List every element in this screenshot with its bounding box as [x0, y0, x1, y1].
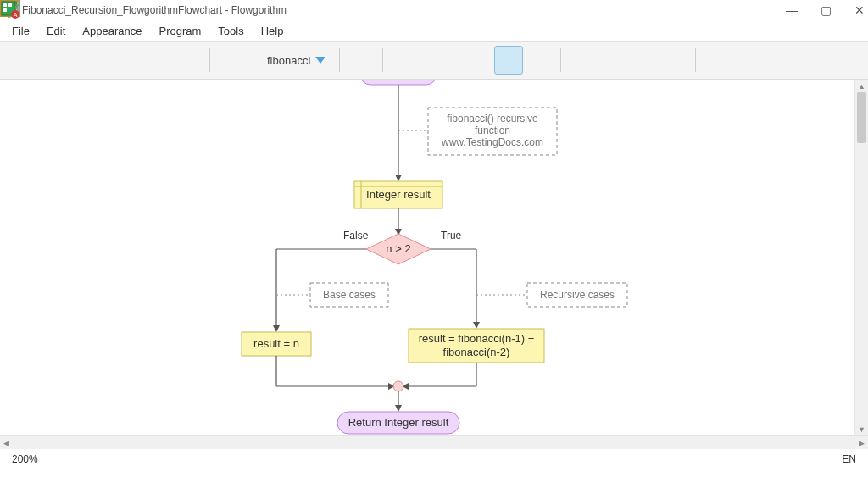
export-icon[interactable]: A: [703, 46, 732, 75]
color-scheme-icon[interactable]: [451, 46, 480, 75]
svg-text:True: True: [441, 230, 462, 241]
scroll-down-icon[interactable]: ▼: [855, 423, 868, 435]
menu-program[interactable]: Program: [159, 25, 201, 37]
run-icon[interactable]: [82, 46, 111, 75]
function-selector[interactable]: fibonacci: [260, 54, 332, 67]
save-icon[interactable]: [39, 46, 68, 75]
close-icon[interactable]: ✕: [853, 0, 866, 20]
menubar: File Edit Appearance Program Tools Help: [0, 20, 868, 41]
svg-text:Base cases: Base cases: [323, 289, 376, 301]
svg-text:fibonacci(n-2): fibonacci(n-2): [443, 346, 510, 358]
zoom-level[interactable]: 200%: [12, 453, 38, 465]
variables-icon[interactable]: x=: [568, 46, 597, 75]
zoom-in-icon[interactable]: [390, 46, 419, 75]
svg-text:n > 2: n > 2: [386, 242, 410, 255]
svg-text:result = n: result = n: [253, 337, 299, 350]
language-indicator[interactable]: EN: [842, 453, 856, 465]
svg-text:function: function: [475, 125, 510, 136]
comment-text: fibonacci() recursive: [447, 113, 538, 125]
svg-text:Recursive cases: Recursive cases: [540, 289, 615, 301]
menu-help[interactable]: Help: [261, 25, 284, 37]
window-title: Fibonacci_Recursion_FlowgorithmFlowchart…: [22, 4, 287, 16]
scroll-right-icon[interactable]: ▶: [855, 436, 868, 449]
toolbar: fibonacci x= A: [0, 41, 868, 80]
svg-text:False: False: [343, 230, 369, 241]
window-split-icon[interactable]: [525, 46, 554, 75]
junction: [393, 381, 403, 391]
svg-text:result = fibonacci(n-1) +: result = fibonacci(n-1) +: [419, 332, 535, 345]
code-icon[interactable]: [659, 46, 688, 75]
pause-icon[interactable]: [143, 46, 172, 75]
source-icon[interactable]: [629, 46, 658, 75]
svg-marker-74: [395, 405, 402, 412]
maximize-icon[interactable]: ▢: [819, 0, 832, 20]
statusbar: 200% EN: [0, 449, 868, 469]
dropdown-icon: [315, 57, 326, 64]
svg-text:Return Integer result: Return Integer result: [348, 416, 449, 429]
svg-rect-38: [3, 8, 7, 12]
scroll-thumb[interactable]: [857, 92, 866, 143]
function-name: fibonacci: [267, 54, 310, 67]
stop-icon[interactable]: [174, 46, 203, 75]
speed-icon[interactable]: [217, 46, 246, 75]
window-titlebar: Fibonacci_Recursion_FlowgorithmFlowchart…: [0, 0, 868, 20]
horizontal-scrollbar[interactable]: ◀ ▶: [0, 435, 868, 449]
vertical-scrollbar[interactable]: ▲ ▼: [854, 80, 868, 435]
menu-tools[interactable]: Tools: [218, 25, 243, 37]
open-icon[interactable]: [8, 46, 37, 75]
zoom-out-icon[interactable]: [420, 46, 449, 75]
svg-marker-65: [473, 322, 480, 329]
minimize-icon[interactable]: —: [785, 0, 798, 20]
svg-rect-36: [3, 3, 7, 7]
console-icon[interactable]: [598, 46, 627, 75]
layout-icon[interactable]: [494, 46, 523, 75]
svg-text:www.TestingDocs.com: www.TestingDocs.com: [441, 136, 543, 148]
svg-text:Integer result: Integer result: [366, 188, 431, 201]
flowchart-canvas[interactable]: fibonacci() recursive function www.Testi…: [0, 80, 868, 435]
svg-text:A: A: [14, 12, 18, 18]
menu-appearance[interactable]: Appearance: [82, 25, 142, 37]
scroll-up-icon[interactable]: ▲: [855, 80, 868, 92]
svg-marker-56: [273, 325, 280, 332]
menu-file[interactable]: File: [12, 25, 30, 37]
start-shape[interactable]: [360, 80, 437, 85]
svg-rect-37: [8, 3, 12, 7]
svg-marker-42: [395, 175, 402, 181]
scroll-left-icon[interactable]: ◀: [0, 436, 13, 449]
style-icon[interactable]: [347, 46, 376, 75]
menu-edit[interactable]: Edit: [47, 25, 65, 37]
step-icon[interactable]: [113, 46, 142, 75]
